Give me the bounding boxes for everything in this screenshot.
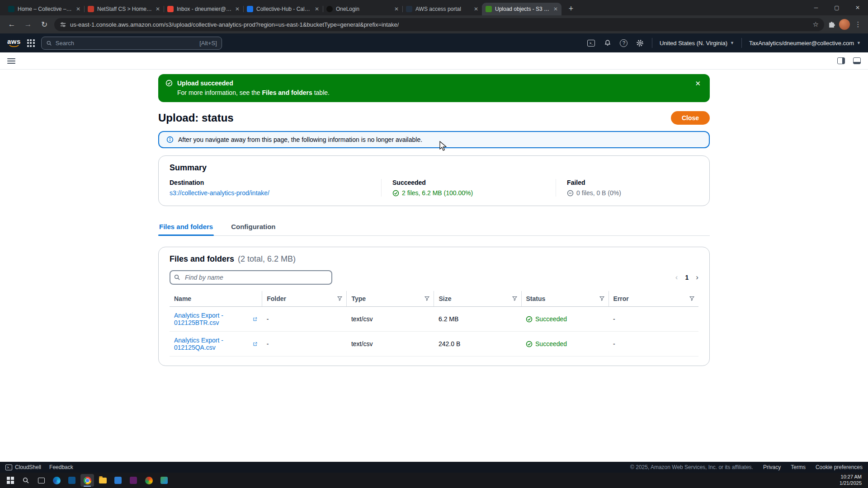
feedback-button[interactable]: Feedback	[49, 464, 73, 470]
destination-link[interactable]: s3://collective-analytics-prod/intake/	[170, 189, 269, 197]
status-check-icon	[526, 316, 533, 323]
next-page-icon[interactable]: ›	[696, 273, 698, 282]
previous-page-icon[interactable]: ‹	[675, 273, 678, 282]
filter-funnel-icon[interactable]	[599, 296, 605, 303]
privacy-link[interactable]: Privacy	[763, 464, 781, 470]
footer-right: © 2025, Amazon Web Services, Inc. or its…	[630, 464, 863, 470]
filter-funnel-icon[interactable]	[424, 296, 430, 303]
taskbar-clock[interactable]: 10:27 AM 1/21/2025	[840, 474, 864, 487]
reload-button[interactable]: ↻	[38, 18, 51, 31]
address-bar[interactable]: us-east-1.console.aws.amazon.com/s3/uplo…	[54, 18, 824, 31]
services-grid-icon[interactable]	[27, 39, 35, 47]
slack-icon[interactable]	[127, 474, 140, 487]
cookie-preferences-link[interactable]: Cookie preferences	[816, 464, 863, 470]
succeeded-check-icon	[392, 190, 399, 197]
aws-logo[interactable]: aws	[7, 38, 21, 48]
new-tab-button[interactable]: +	[565, 3, 577, 14]
tab-close-icon[interactable]: ✕	[156, 6, 160, 12]
tab-close-icon[interactable]: ✕	[474, 6, 478, 12]
column-header-status[interactable]: Status	[521, 291, 609, 307]
close-button[interactable]: Close	[671, 111, 710, 125]
help-icon[interactable]: ?	[619, 38, 628, 47]
settings-gear-icon[interactable]	[636, 38, 645, 47]
account-menu[interactable]: TaxAnalytics/dneumeier@collective.com ▼	[749, 40, 861, 47]
chevron-down-icon: ▼	[857, 41, 861, 45]
right-panel-toggle-icon[interactable]	[837, 57, 845, 64]
tab-close-icon[interactable]: ✕	[76, 6, 80, 12]
profile-avatar[interactable]	[839, 19, 850, 30]
tab-close-icon[interactable]: ✕	[315, 6, 319, 12]
browser-tab-s3-upload-active[interactable]: Upload objects - S3 bucket coll... ✕	[482, 3, 561, 15]
notifications-bell-icon[interactable]	[603, 38, 612, 47]
column-header-folder[interactable]: Folder	[262, 291, 347, 307]
bottom-panel-toggle-icon[interactable]	[853, 57, 861, 64]
window-close-button[interactable]: ✕	[847, 0, 868, 15]
file-explorer-icon[interactable]	[96, 474, 109, 487]
column-header-name[interactable]: Name	[170, 291, 262, 307]
summary-succeeded: Succeeded 2 files, 6.2 MB (100.00%)	[381, 179, 556, 197]
column-header-error[interactable]: Error	[609, 291, 698, 307]
chrome-icon[interactable]	[80, 474, 94, 487]
bookmark-star-icon[interactable]: ☆	[813, 20, 819, 28]
edge-browser-icon[interactable]	[50, 474, 63, 487]
filter-funnel-icon[interactable]	[689, 296, 695, 303]
browser-tab-onelogin[interactable]: OneLogin ✕	[323, 3, 402, 15]
browser-tab-calendar[interactable]: Collective-Hub - Calendar - We... ✕	[243, 3, 323, 15]
cloudshell-button[interactable]: >_ CloudShell	[5, 464, 41, 470]
files-table: Name Folder Type Size Status Error	[170, 291, 698, 357]
tab-close-icon[interactable]: ✕	[394, 6, 399, 12]
filter-funnel-icon[interactable]	[337, 296, 343, 303]
back-button[interactable]: ←	[5, 18, 18, 31]
browser-tab-aws-portal[interactable]: AWS access portal ✕	[402, 3, 482, 15]
tab-close-icon[interactable]: ✕	[553, 6, 558, 12]
tab-close-icon[interactable]: ✕	[235, 6, 240, 12]
site-settings-icon[interactable]	[60, 21, 66, 28]
column-header-type[interactable]: Type	[347, 291, 434, 307]
failed-stopped-icon	[567, 190, 574, 197]
side-nav-hamburger-icon[interactable]	[7, 58, 15, 64]
start-button[interactable]	[4, 474, 17, 487]
file-name-link[interactable]: Analytics Export - 012125BTR.csv	[174, 312, 250, 326]
copyright-text: © 2025, Amazon Web Services, Inc. or its…	[630, 464, 753, 470]
cloudshell-icon[interactable]: >_	[587, 38, 596, 47]
flashbar-message-prefix: For more information, see the	[177, 89, 262, 96]
failed-value: 0 files, 0 B (0%)	[576, 189, 621, 197]
status-check-icon	[526, 341, 533, 347]
browser-tab-zendesk[interactable]: Home – Collective – Zendesk ✕	[5, 3, 84, 15]
find-by-name-input[interactable]	[170, 270, 332, 285]
forward-button[interactable]: →	[22, 18, 34, 31]
upload-success-flashbar: Upload succeeded For more information, s…	[158, 74, 710, 102]
window-minimize-button[interactable]: ─	[806, 0, 826, 15]
store-app-icon[interactable]	[111, 474, 125, 487]
files-title: Files and folders	[170, 254, 234, 264]
chevron-down-icon: ▼	[730, 41, 734, 45]
extensions-puzzle-icon[interactable]	[828, 21, 835, 28]
external-link-icon	[253, 316, 257, 322]
browser-tab-netstaff[interactable]: NetStaff CS > Home > Dashbo... ✕	[84, 3, 164, 15]
filter-funnel-icon[interactable]	[512, 296, 518, 303]
nav-divider	[741, 38, 742, 48]
tab-configuration[interactable]: Configuration	[230, 219, 276, 235]
current-page-number[interactable]: 1	[685, 274, 689, 281]
flashbar-close-icon[interactable]: ✕	[693, 79, 703, 89]
taskbar-search-button[interactable]	[19, 474, 33, 487]
file-name-link[interactable]: Analytics Export - 012125QA.csv	[174, 337, 250, 351]
window-controls: ─ ▢ ✕	[806, 0, 868, 15]
browser-menu-kebab-icon[interactable]: ⋮	[854, 20, 863, 28]
failed-label: Failed	[567, 179, 688, 186]
window-maximize-button[interactable]: ▢	[826, 0, 847, 15]
task-view-button[interactable]	[34, 474, 48, 487]
aws-search-bar[interactable]: Search [Alt+S]	[41, 37, 222, 50]
tab-favicon	[167, 6, 174, 12]
region-selector[interactable]: United States (N. Virginia) ▼	[660, 40, 734, 47]
column-header-size[interactable]: Size	[434, 291, 521, 307]
security-app-icon[interactable]	[157, 474, 171, 487]
browser-profile-icon[interactable]	[142, 474, 156, 487]
tab-files-and-folders[interactable]: Files and folders	[158, 219, 214, 235]
pagination: ‹ 1 ›	[675, 273, 698, 282]
terms-link[interactable]: Terms	[791, 464, 806, 470]
mail-app-icon[interactable]	[65, 474, 79, 487]
succeeded-label: Succeeded	[392, 179, 545, 186]
info-icon	[166, 136, 174, 143]
browser-tab-inbox[interactable]: Inbox - dneumeier@collective... ✕	[164, 3, 243, 15]
